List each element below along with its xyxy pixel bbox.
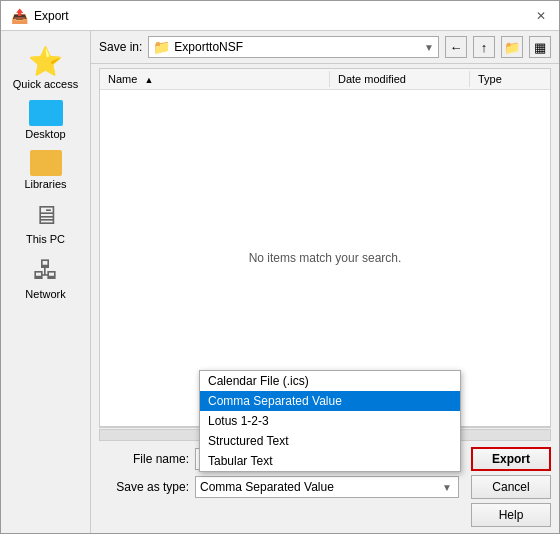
network-icon: 🖧 <box>33 255 59 286</box>
file-name-label: File name: <box>99 452 189 466</box>
up-button[interactable]: ↑ <box>473 36 495 58</box>
sidebar-label-desktop: Desktop <box>25 128 65 140</box>
export-icon: 📤 <box>11 8 28 24</box>
column-type[interactable]: Type <box>470 71 550 87</box>
bottom-controls: File name: ▼ Export Save as type: Comma … <box>91 441 559 533</box>
sidebar-item-this-pc[interactable]: 🖥 This PC <box>6 196 86 249</box>
save-in-label: Save in: <box>99 40 142 54</box>
save-as-type-dropdown: Calendar File (.ics) Comma Separated Val… <box>199 370 461 472</box>
view-button[interactable]: ▦ <box>529 36 551 58</box>
dropdown-item-lotus[interactable]: Lotus 1-2-3 <box>200 411 460 431</box>
export-button[interactable]: Export <box>471 447 551 471</box>
dialog-title: Export <box>34 9 69 23</box>
title-bar-left: 📤 Export <box>11 8 69 24</box>
dropdown-item-structured[interactable]: Structured Text <box>200 431 460 451</box>
this-pc-icon: 🖥 <box>33 200 59 231</box>
sidebar: ⭐ Quick access Desktop Libraries 🖥 This … <box>1 31 91 533</box>
cancel-button[interactable]: Cancel <box>471 475 551 499</box>
help-row: Help <box>99 503 551 527</box>
dropdown-item-csv[interactable]: Comma Separated Value <box>200 391 460 411</box>
title-bar: 📤 Export ✕ <box>1 1 559 31</box>
dropdown-item-calendar[interactable]: Calendar File (.ics) <box>200 371 460 391</box>
dropdown-item-tabular[interactable]: Tabular Text <box>200 451 460 471</box>
close-button[interactable]: ✕ <box>533 8 549 24</box>
sort-icon: ▲ <box>144 75 153 85</box>
folder-icon: 📁 <box>153 39 170 55</box>
sidebar-item-quick-access[interactable]: ⭐ Quick access <box>6 41 86 94</box>
export-dialog: 📤 Export ✕ ⭐ Quick access Desktop Librar… <box>0 0 560 534</box>
sidebar-item-desktop[interactable]: Desktop <box>6 96 86 144</box>
sidebar-label-quick-access: Quick access <box>13 78 78 90</box>
sidebar-label-this-pc: This PC <box>26 233 65 245</box>
main-area: Save in: 📁 ExporttoNSF ▼ ← ↑ 📁 ▦ Name ▲ <box>91 31 559 533</box>
sidebar-label-libraries: Libraries <box>24 178 66 190</box>
new-folder-button[interactable]: 📁 <box>501 36 523 58</box>
column-name[interactable]: Name ▲ <box>100 71 330 87</box>
save-as-type-combo[interactable]: Comma Separated Value ▼ <box>195 476 459 498</box>
quick-access-icon: ⭐ <box>28 45 63 78</box>
save-as-type-dropdown-arrow: ▼ <box>440 482 454 493</box>
help-button[interactable]: Help <box>471 503 551 527</box>
save-in-dropdown-arrow: ▼ <box>424 42 434 53</box>
save-in-text: ExporttoNSF <box>174 40 420 54</box>
sidebar-item-libraries[interactable]: Libraries <box>6 146 86 194</box>
sidebar-item-network[interactable]: 🖧 Network <box>6 251 86 304</box>
sidebar-label-network: Network <box>25 288 65 300</box>
dialog-body: ⭐ Quick access Desktop Libraries 🖥 This … <box>1 31 559 533</box>
save-as-type-value: Comma Separated Value <box>200 480 334 494</box>
column-date-modified[interactable]: Date modified <box>330 71 470 87</box>
back-button[interactable]: ← <box>445 36 467 58</box>
libraries-icon <box>30 150 62 176</box>
save-as-type-row: Save as type: Comma Separated Value ▼ Ca… <box>99 475 551 499</box>
save-as-type-label: Save as type: <box>99 480 189 494</box>
desktop-icon <box>29 100 63 126</box>
file-list-header: Name ▲ Date modified Type <box>100 69 550 90</box>
toolbar: Save in: 📁 ExporttoNSF ▼ ← ↑ 📁 ▦ <box>91 31 559 64</box>
save-in-combo[interactable]: 📁 ExporttoNSF ▼ <box>148 36 439 58</box>
